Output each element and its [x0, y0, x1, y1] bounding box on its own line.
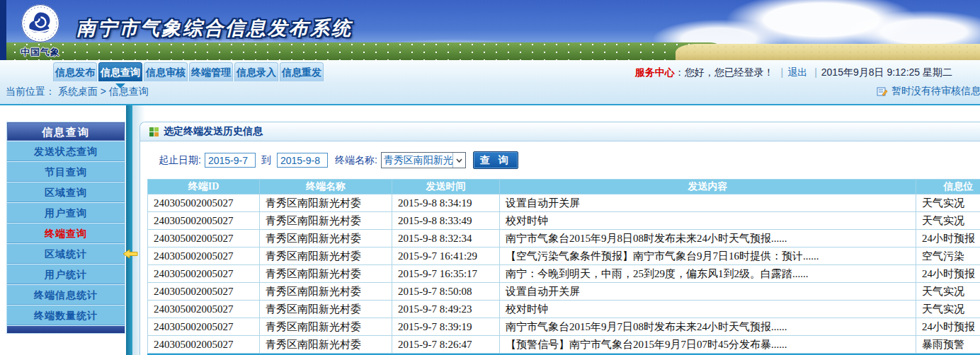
table-cell: 【空气污染气象条件预报】南宁市气象台9月7日16时提供：预计...... [500, 248, 916, 265]
sidebar-item-6[interactable]: 区域统计 [7, 243, 125, 264]
collapse-sidebar-arrow-icon[interactable] [122, 249, 138, 262]
table-row: 240305002005027青秀区南阳新光村委2015-9-7 8:39:19… [148, 318, 980, 336]
site-title: 南宁市气象综合信息发布系统 [76, 16, 353, 41]
table-cell: 天气实况 [916, 283, 980, 301]
table-row: 240305002005027青秀区南阳新光村委2015-9-7 8:49:23… [148, 301, 980, 318]
grid-squares-icon [149, 127, 159, 136]
breadcrumb-current-link[interactable]: 信息查询 [109, 86, 149, 97]
table-cell: 天气实况 [916, 194, 980, 212]
table-cell: 青秀区南阳新光村委 [260, 301, 392, 318]
table-cell: 青秀区南阳新光村委 [260, 194, 392, 212]
nav-bar: 信息发布信息查询信息审核终端管理信息录入信息重发 服务中心：您好，您已经登录！ … [0, 60, 980, 104]
table-cell: 青秀区南阳新光村委 [260, 248, 392, 265]
header-banner: 中国气象 南宁市气象综合信息发布系统 [0, 0, 980, 60]
table-cell: 2015-9-8 8:33:49 [392, 212, 500, 230]
breadcrumb-root-link[interactable]: 系统桌面 [58, 86, 98, 97]
column-header: 信息位 [916, 180, 980, 194]
nav-tab-6[interactable]: 信息重发 [280, 62, 324, 81]
date-to-input[interactable] [277, 153, 328, 168]
table-cell: 设置自动开关屏 [500, 283, 916, 301]
column-header: 发送时间 [392, 180, 500, 194]
nav-tab-2[interactable]: 信息查询 [98, 62, 142, 81]
table-cell: 24小时预报 [916, 230, 980, 248]
table-row: 240305002005027青秀区南阳新光村委2015-9-8 8:32:34… [148, 230, 980, 248]
sidebar-item-5[interactable]: 终端查询 [7, 223, 125, 243]
sidebar-item-8[interactable]: 终端信息统计 [7, 284, 125, 305]
table-row: 240305002005027青秀区南阳新光村委2015-9-7 8:50:08… [148, 283, 980, 301]
cma-logo: 中国气象 [17, 4, 64, 59]
date-range-label: 起止日期: [159, 154, 201, 167]
review-notice-text: 暂时没有待审核信息 [891, 85, 980, 98]
sidebar-item-3[interactable]: 区域查询 [7, 182, 125, 202]
panel-header: 选定终端发送历史信息 [140, 122, 980, 141]
table-cell: 240305002005027 [148, 265, 260, 283]
table-cell: 240305002005027 [148, 336, 260, 354]
table-cell: 南宁市气象台2015年9月7日08时发布未来24小时天气预报...... [500, 318, 916, 336]
sidebar-header: 信息查询 [7, 122, 125, 141]
banner-left-strip [0, 0, 6, 60]
panel-title: 选定终端发送历史信息 [164, 125, 263, 138]
to-label: 到 [261, 154, 271, 167]
cma-cloud-spiral-icon [21, 4, 60, 43]
header-divider [0, 104, 980, 105]
table-cell: 青秀区南阳新光村委 [260, 336, 392, 354]
wheat-field-image [676, 44, 980, 60]
query-button[interactable]: 查 询 [473, 151, 518, 169]
sidebar-item-2[interactable]: 节目查询 [7, 161, 125, 182]
service-center: 服务中心：您好，您已经登录！ |退出 |2015年9月8日 9:12:25 星期… [635, 66, 952, 79]
history-table: 终端ID终端名称发送时间发送内容信息位 240305002005027青秀区南阳… [147, 179, 980, 354]
sidebar-footer [7, 325, 125, 333]
date-from-input[interactable] [205, 153, 256, 168]
table-cell: 暴雨预警 [916, 336, 980, 354]
table-cell: 天气实况 [916, 212, 980, 230]
nav-tab-1[interactable]: 信息发布 [53, 62, 97, 81]
logout-link[interactable]: 退出 [787, 66, 807, 78]
sidebar-item-7[interactable]: 用户统计 [7, 264, 125, 284]
table-cell: 2015-9-7 16:41:29 [392, 248, 500, 265]
nav-tab-3[interactable]: 信息审核 [144, 62, 188, 81]
table-row: 240305002005027青秀区南阳新光村委2015-9-7 16:35:1… [148, 265, 980, 283]
nav-tab-5[interactable]: 信息录入 [234, 62, 278, 81]
table-cell: 青秀区南阳新光村委 [260, 283, 392, 301]
separator: | [814, 66, 817, 78]
table-cell: 2015-9-7 8:39:19 [392, 318, 500, 336]
table-cell: 青秀区南阳新光村委 [260, 265, 392, 283]
table-cell: 校对时钟 [500, 301, 916, 318]
breadcrumb-separator: > [101, 86, 106, 97]
sidebar-items: 发送状态查询节目查询区域查询用户查询终端查询区域统计用户统计终端信息统计终端数量… [7, 141, 125, 325]
table-cell: 240305002005027 [148, 230, 260, 248]
table-cell: 240305002005027 [148, 318, 260, 336]
terminal-name-label: 终端名称: [335, 154, 377, 167]
nav-tabs: 信息发布信息查询信息审核终端管理信息录入信息重发 [53, 62, 324, 81]
column-header: 发送内容 [500, 180, 916, 194]
table-row: 240305002005027青秀区南阳新光村委2015-9-8 8:34:19… [148, 194, 980, 212]
table-cell: 24小时预报 [916, 318, 980, 336]
table-row: 240305002005027青秀区南阳新光村委2015-9-8 8:33:49… [148, 212, 980, 230]
table-cell: 2015-9-7 8:26:47 [392, 336, 500, 354]
table-row: 240305002005027青秀区南阳新光村委2015-9-7 8:26:47… [148, 336, 980, 354]
table-cell: 青秀区南阳新光村委 [260, 212, 392, 230]
sidebar-menu: 信息查询 发送状态查询节目查询区域查询用户查询终端查询区域统计用户统计终端信息统… [6, 122, 125, 334]
sidebar-item-4[interactable]: 用户查询 [7, 202, 125, 223]
logo-caption: 中国气象 [17, 46, 64, 59]
sidebar-item-1[interactable]: 发送状态查询 [7, 141, 125, 161]
chevron-down-icon [452, 153, 465, 168]
table-cell: 南宁市气象台2015年9月8日08时发布未来24小时天气预报...... [500, 230, 916, 248]
column-header: 终端ID [148, 180, 260, 194]
terminal-select[interactable]: 青秀区南阳新光村委 [381, 152, 466, 168]
table-cell: 240305002005027 [148, 283, 260, 301]
table-cell: 天气实况 [916, 301, 980, 318]
table-cell: 青秀区南阳新光村委 [260, 230, 392, 248]
table-cell: 240305002005027 [148, 248, 260, 265]
sidebar-item-9[interactable]: 终端数量统计 [7, 305, 125, 325]
grass-field-image [0, 42, 722, 60]
breadcrumb-label: 当前位置： [6, 86, 55, 97]
terminal-select-value: 青秀区南阳新光村委 [382, 153, 452, 168]
query-form: 起止日期: 到 终端名称: 青秀区南阳新光村委 查 询 [159, 151, 518, 170]
splitter-bar[interactable] [126, 105, 132, 355]
table-row: 240305002005027青秀区南阳新光村委2015-9-7 16:41:2… [148, 248, 980, 265]
table-cell: 2015-9-7 16:35:17 [392, 265, 500, 283]
table-cell: 2015-9-8 8:34:19 [392, 194, 500, 212]
nav-tab-4[interactable]: 终端管理 [189, 62, 233, 81]
table-cell: 青秀区南阳新光村委 [260, 318, 392, 336]
